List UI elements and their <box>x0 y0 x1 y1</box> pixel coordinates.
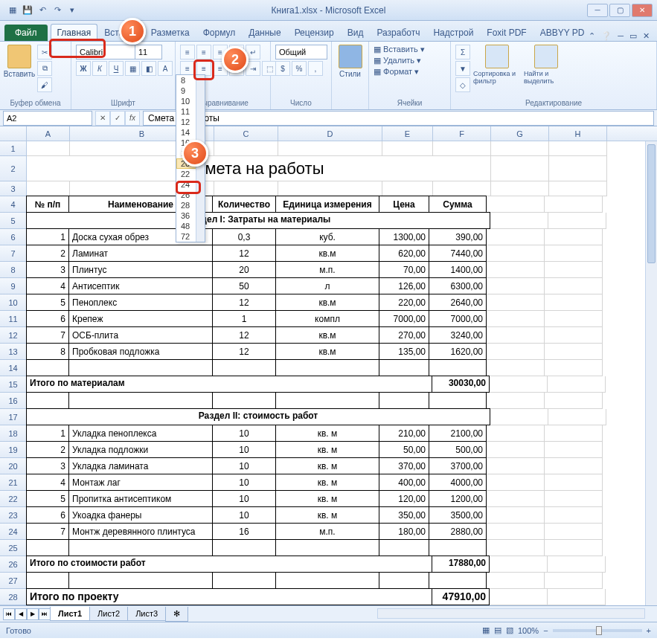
cell[interactable]: Монтаж лаг <box>68 474 213 491</box>
cell[interactable] <box>429 359 487 376</box>
cell[interactable]: кв. м <box>275 441 379 458</box>
cell[interactable] <box>487 311 545 327</box>
font-color-button[interactable]: A <box>158 61 173 76</box>
cell[interactable] <box>549 181 607 196</box>
cell[interactable]: компл <box>275 310 379 327</box>
zoom-in-button[interactable]: + <box>647 626 651 635</box>
cell[interactable] <box>545 573 603 589</box>
cell[interactable] <box>545 327 603 344</box>
cell[interactable]: 400,00 <box>379 474 429 491</box>
cell[interactable] <box>487 344 545 360</box>
row-header[interactable]: 8 <box>0 262 27 278</box>
subtotal-label[interactable]: Итого по материалам <box>26 376 432 393</box>
cell[interactable] <box>26 572 69 589</box>
cell[interactable]: 12 <box>212 326 276 344</box>
format-painter-icon[interactable]: 🖌 <box>37 77 52 92</box>
comma-icon[interactable]: , <box>308 61 323 76</box>
align-center-icon[interactable]: ≡ <box>196 61 211 76</box>
cell[interactable] <box>549 141 607 156</box>
cell[interactable] <box>545 360 603 376</box>
cell[interactable]: 10 <box>212 506 276 524</box>
cell[interactable] <box>545 278 603 294</box>
paste-button[interactable]: Вставить <box>4 45 34 78</box>
cell[interactable] <box>487 425 545 442</box>
row-header[interactable]: 25 <box>0 540 27 556</box>
cell[interactable]: 10 <box>212 490 276 507</box>
tab-review[interactable]: Рецензир <box>288 24 341 41</box>
cell[interactable] <box>490 409 548 425</box>
fx-icon[interactable]: fx <box>125 111 140 126</box>
cell[interactable] <box>382 181 433 196</box>
minimize-button[interactable]: ─ <box>587 4 608 17</box>
col-header[interactable]: A <box>27 126 70 141</box>
row-header[interactable]: 13 <box>0 344 27 360</box>
cell[interactable] <box>26 359 69 376</box>
row-header[interactable]: 11 <box>0 311 27 327</box>
format-cells-button[interactable]: ▦ Формат ▾ <box>374 67 425 77</box>
cell[interactable] <box>68 539 213 556</box>
grandtotal-value[interactable]: 47910,00 <box>432 588 490 605</box>
cell[interactable]: 10 <box>212 474 276 491</box>
subtotal-label[interactable]: Итого по стоимости работ <box>26 556 432 573</box>
row-header[interactable]: 14 <box>0 360 27 376</box>
col-header[interactable]: H <box>549 126 607 141</box>
maximize-button[interactable]: ▢ <box>609 4 630 17</box>
col-header[interactable]: C <box>214 126 278 141</box>
row-header[interactable]: 5 <box>0 213 27 229</box>
cell[interactable] <box>487 278 545 294</box>
cell[interactable] <box>490 556 548 573</box>
cell[interactable]: 10 <box>212 441 276 458</box>
cell[interactable]: 7440,00 <box>429 245 487 262</box>
view-pagebreak-icon[interactable]: ▧ <box>506 625 513 635</box>
cell[interactable] <box>545 344 603 360</box>
sheet-tab[interactable]: Лист3 <box>127 607 166 621</box>
border-button[interactable]: ▦ <box>125 61 140 76</box>
cell[interactable]: 6 <box>26 310 69 327</box>
tab-addins[interactable]: Надстрой <box>426 24 480 41</box>
cell[interactable]: кв. м <box>275 425 379 442</box>
align-middle-icon[interactable]: ≡ <box>196 45 211 59</box>
cell[interactable]: 2640,00 <box>429 294 487 311</box>
name-box[interactable] <box>3 111 92 126</box>
view-layout-icon[interactable]: ▤ <box>494 625 501 635</box>
cell[interactable]: 3700,00 <box>429 457 487 474</box>
copy-icon[interactable]: ⧉ <box>37 61 52 76</box>
cell[interactable] <box>487 294 545 311</box>
cell[interactable] <box>379 392 429 409</box>
cell[interactable]: ОСБ-плита <box>68 326 213 344</box>
cell[interactable]: 4 <box>26 277 69 294</box>
subtotal-value[interactable]: 17880,00 <box>432 556 490 573</box>
cell[interactable]: 6 <box>26 506 69 524</box>
sheet-nav-next-icon[interactable]: ▶ <box>27 608 39 620</box>
cell[interactable] <box>490 376 548 393</box>
cell[interactable] <box>490 589 548 605</box>
enter-formula-icon[interactable]: ✓ <box>110 111 125 126</box>
tab-layout[interactable]: Разметка <box>144 24 196 41</box>
tab-formulas[interactable]: Формул <box>196 24 243 41</box>
cell[interactable] <box>275 572 379 589</box>
cell[interactable] <box>487 573 545 589</box>
sort-filter-button[interactable]: Сортировка и фильтр <box>473 45 521 85</box>
cell[interactable] <box>545 540 603 556</box>
cell[interactable]: 20 <box>212 261 276 278</box>
cell[interactable] <box>487 327 545 344</box>
cell[interactable]: 1620,00 <box>429 343 487 360</box>
cell[interactable] <box>68 359 213 376</box>
cell[interactable]: Укоадка фанеры <box>68 506 213 524</box>
cell[interactable]: 1 <box>212 310 276 327</box>
cell[interactable] <box>429 572 487 589</box>
cell[interactable]: 350,00 <box>379 506 429 524</box>
cell[interactable] <box>491 181 549 196</box>
cell[interactable] <box>379 539 429 556</box>
tab-home[interactable]: Главная <box>51 24 98 41</box>
cell[interactable]: Пропитка антисептиком <box>68 490 213 507</box>
cell[interactable]: 12 <box>212 245 276 262</box>
row-header[interactable]: 17 <box>0 409 27 425</box>
clear-icon[interactable]: ◇ <box>455 77 470 92</box>
section-header[interactable]: Раздел I: Затраты на материалы <box>26 212 490 229</box>
cell[interactable]: Крепеж <box>68 310 213 327</box>
cell[interactable] <box>275 539 379 556</box>
doc-restore-icon[interactable]: ▭ <box>629 31 637 41</box>
sheet-tab[interactable]: Лист1 <box>50 607 90 621</box>
grandtotal-label[interactable]: Итого по проекту <box>26 588 432 605</box>
